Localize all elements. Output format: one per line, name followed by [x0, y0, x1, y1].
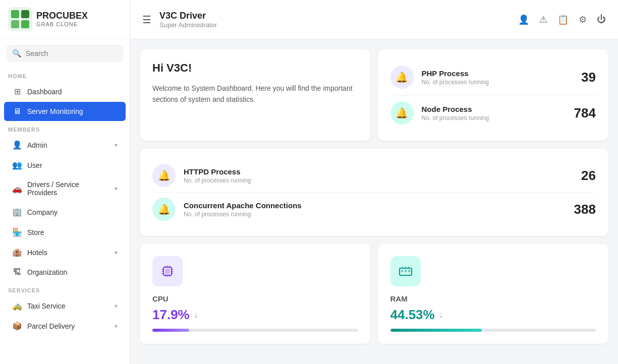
sidebar-item-server-monitoring[interactable]: 🖥Server Monitoring	[4, 102, 126, 121]
node-process-icon-wrap: 🔔	[390, 101, 414, 125]
sidebar-item-company[interactable]: 🏢Company	[4, 202, 126, 222]
chevron-icon-admin: ▾	[115, 142, 118, 149]
header-title: V3C Driver	[159, 11, 217, 21]
sidebar-item-dashboard[interactable]: ⊞Dashboard	[4, 82, 126, 101]
search-input[interactable]	[26, 49, 118, 57]
apache-icon-wrap: 🔔	[152, 198, 176, 221]
sidebar-item-label-company: Company	[27, 208, 118, 216]
server-monitoring-icon: 🖥	[12, 107, 22, 116]
ram-arrow-icon: ↓	[439, 310, 443, 320]
welcome-message: Welcome to System Dashboard. Here you wi…	[152, 83, 358, 105]
chevron-icon-parcel-delivery: ▾	[115, 323, 118, 330]
httpd-icon-wrap: 🔔	[152, 164, 176, 187]
brand-logo: PROCUBEX GRAB CLONE	[0, 0, 130, 39]
settings-icon[interactable]: ⚙	[579, 14, 587, 25]
apache-count: 388	[574, 202, 596, 217]
svg-rect-20	[401, 270, 403, 272]
bell-icon-httpd: 🔔	[158, 169, 171, 181]
php-process-count: 39	[581, 70, 596, 85]
sidebar-section-label: MEMBERS	[0, 122, 130, 135]
sidebar-section-label: HOME	[0, 68, 130, 81]
row-metrics: CPU 17.9% ↓	[140, 244, 608, 344]
sidebar-item-admin[interactable]: 👤Admin▾	[4, 135, 126, 155]
brand-tagline: GRAB CLONE	[36, 21, 88, 27]
svg-rect-3	[11, 20, 19, 28]
svg-rect-22	[408, 270, 410, 272]
httpd-desc: No. of processes running	[184, 177, 573, 184]
drivers-service-providers-icon: 🚗	[12, 184, 22, 194]
php-process-icon-wrap: 🔔	[390, 66, 414, 89]
hamburger-button[interactable]: ☰	[142, 14, 151, 26]
sidebar-item-label-drivers-service-providers: Drivers / Service Providers	[27, 180, 109, 197]
sidebar-item-label-hotels: Hotels	[27, 249, 109, 257]
ram-value: 44.53%	[390, 307, 435, 323]
sidebar-section-label: SERVICES	[0, 282, 130, 295]
php-process-info: PHP Process No. of processes running	[422, 69, 574, 86]
bell-icon-apache: 🔔	[158, 203, 171, 215]
php-process-name: PHP Process	[422, 69, 574, 78]
main-area: ☰ V3C Driver Super Administrator 👤 ⚠ 📋 ⚙…	[130, 0, 618, 364]
sidebar-item-hotels[interactable]: 🏨Hotels▾	[4, 242, 126, 262]
node-process-name: Node Process	[422, 105, 566, 113]
sidebar-item-parcel-delivery[interactable]: 📦Parcel Delivery▾	[4, 316, 126, 336]
chevron-icon-drivers-service-providers: ▾	[115, 185, 118, 192]
store-icon: 🏪	[12, 227, 22, 237]
chevron-icon-taxi-service: ▾	[115, 302, 118, 310]
sidebar-item-store[interactable]: 🏪Store	[4, 222, 126, 242]
svg-rect-6	[165, 269, 170, 274]
search-box[interactable]: 🔍	[6, 45, 124, 62]
ram-icon	[398, 263, 414, 279]
sidebar-item-organization[interactable]: 🏗Organization	[4, 263, 126, 282]
process-httpd: 🔔 HTTPD Process No. of processes running…	[152, 159, 596, 192]
httpd-count: 26	[581, 168, 596, 184]
row-1: Hi V3C! Welcome to System Dashboard. Her…	[140, 49, 608, 141]
brand-text: PROCUBEX GRAB CLONE	[36, 11, 88, 27]
cpu-progress-fill	[152, 329, 189, 332]
node-process-desc: No. of processes running	[422, 114, 566, 122]
welcome-card: Hi V3C! Welcome to System Dashboard. Her…	[140, 49, 370, 141]
cpu-icon-wrap	[152, 256, 183, 286]
document-icon[interactable]: 📋	[557, 14, 569, 25]
user-icon: 👥	[12, 160, 22, 170]
sidebar-item-taxi-service[interactable]: 🚕Taxi Service▾	[4, 296, 126, 316]
node-process-info: Node Process No. of processes running	[422, 105, 566, 122]
process-node: 🔔 Node Process No. of processes running …	[390, 95, 596, 131]
httpd-name: HTTPD Process	[184, 167, 573, 176]
header-subtitle: Super Administrator	[159, 21, 217, 29]
svg-rect-4	[21, 20, 29, 28]
header: ☰ V3C Driver Super Administrator 👤 ⚠ 📋 ⚙…	[130, 0, 618, 39]
brand-name: PROCUBEX	[36, 11, 88, 21]
header-left: ☰ V3C Driver Super Administrator	[142, 11, 217, 29]
sidebar-item-user[interactable]: 👥User	[4, 155, 126, 175]
company-icon: 🏢	[12, 207, 22, 217]
cpu-label: CPU	[152, 294, 358, 303]
svg-rect-1	[11, 10, 19, 18]
content-area: Hi V3C! Welcome to System Dashboard. Her…	[130, 39, 618, 364]
ram-metric-card: RAM 44.53% ↓	[378, 244, 608, 344]
cpu-arrow-icon: ↓	[194, 310, 198, 320]
apache-info: Concurrent Apache Connections No. of pro…	[184, 201, 566, 218]
ram-icon-wrap	[390, 256, 421, 286]
node-process-count: 784	[574, 105, 596, 121]
apache-desc: No. of processes running	[184, 211, 566, 218]
sidebar-item-label-dashboard: Dashboard	[27, 88, 118, 96]
cpu-value-row: 17.9% ↓	[152, 307, 358, 323]
ram-progress-bg	[390, 329, 596, 332]
alert-icon[interactable]: ⚠	[539, 14, 547, 25]
welcome-greeting: Hi V3C!	[152, 62, 358, 75]
sidebar-item-label-parcel-delivery: Parcel Delivery	[27, 322, 109, 330]
svg-rect-2	[21, 10, 29, 18]
bell-icon-node: 🔔	[396, 107, 408, 119]
user-icon[interactable]: 👤	[518, 14, 529, 25]
sidebar-section-home: HOME⊞Dashboard🖥Server Monitoring	[0, 68, 130, 121]
sidebar-sections: HOME⊞Dashboard🖥Server MonitoringMEMBERS👤…	[0, 68, 130, 336]
logo-icon	[8, 7, 32, 31]
sidebar-item-label-user: User	[27, 161, 118, 169]
sidebar-item-drivers-service-providers[interactable]: 🚗Drivers / Service Providers▾	[4, 175, 126, 202]
header-right: 👤 ⚠ 📋 ⚙ ⏻	[518, 14, 606, 25]
sidebar: PROCUBEX GRAB CLONE 🔍 HOME⊞Dashboard🖥Ser…	[0, 0, 130, 364]
cpu-progress-bg	[152, 329, 358, 332]
power-icon[interactable]: ⏻	[597, 14, 606, 25]
ram-label: RAM	[390, 294, 596, 303]
dashboard-icon: ⊞	[12, 87, 22, 96]
